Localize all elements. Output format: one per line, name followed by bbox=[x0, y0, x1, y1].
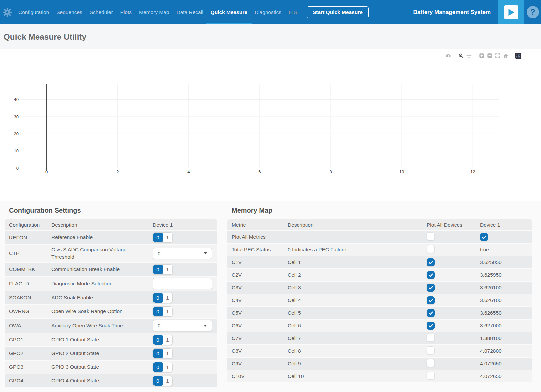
plot-all-devices-checkbox-total-pec-status[interactable] bbox=[427, 245, 435, 253]
toggle-gpo2-option-1[interactable]: 1 bbox=[163, 349, 172, 358]
start-quick-measure-button[interactable]: Start Quick Measure bbox=[307, 6, 369, 18]
nav-tab-configuration[interactable]: Configuration bbox=[16, 0, 52, 24]
toggle-gpo4-option-0[interactable]: 0 bbox=[153, 376, 163, 386]
toggle-owrng-option-1[interactable]: 1 bbox=[163, 307, 172, 316]
plotly-logo-icon[interactable] bbox=[514, 52, 522, 59]
dropdown-owa[interactable]: 0 bbox=[153, 320, 212, 331]
nav-tab-sequences[interactable]: Sequences bbox=[54, 0, 85, 24]
memory-row-c8v: C8VCell 84.072800 bbox=[227, 345, 532, 357]
memory-description: Cell 8 bbox=[288, 345, 427, 357]
config-name: GPO1 bbox=[5, 333, 51, 347]
autoscale-icon[interactable] bbox=[494, 52, 502, 59]
memory-description: Cell 9 bbox=[288, 357, 427, 370]
config-device1-cell: 01 bbox=[153, 291, 217, 305]
run-button[interactable] bbox=[498, 0, 524, 24]
memory-metric: C3V bbox=[227, 281, 288, 294]
toggle-refon-option-1[interactable]: 1 bbox=[163, 233, 172, 242]
x-tick-label: 10 bbox=[399, 169, 404, 174]
reset-axes-home-icon[interactable] bbox=[502, 52, 510, 59]
toggle-soakon-option-0[interactable]: 0 bbox=[153, 293, 163, 303]
configuration-settings-card: Configuration Settings Configuration Des… bbox=[5, 207, 217, 392]
toggle-soakon[interactable]: 01 bbox=[153, 293, 173, 303]
plot-all-devices-checkbox-c3v[interactable] bbox=[427, 284, 435, 292]
memory-metric: C4V bbox=[227, 294, 288, 307]
nav-tab-plots[interactable]: Plots bbox=[118, 0, 134, 24]
plot-all-devices-cell bbox=[427, 243, 480, 256]
toggle-gpo3-option-1[interactable]: 1 bbox=[163, 362, 172, 372]
toggle-refon[interactable]: 01 bbox=[153, 232, 173, 243]
camera-icon[interactable] bbox=[444, 52, 452, 59]
toggle-gpo2[interactable]: 01 bbox=[153, 348, 173, 359]
toggle-gpo4-option-1[interactable]: 1 bbox=[163, 376, 172, 386]
toggle-gpo2-option-0[interactable]: 0 bbox=[153, 349, 163, 358]
y-tick-label: 40 bbox=[14, 97, 19, 102]
device1-cell: 1.388100 bbox=[480, 332, 532, 345]
config-device1-cell: 01 bbox=[153, 333, 217, 347]
caret-down-icon bbox=[204, 325, 207, 327]
plot-all-devices-checkbox-c8v[interactable] bbox=[427, 346, 435, 354]
toggle-comm-bk-option-0[interactable]: 0 bbox=[153, 265, 163, 274]
plot-all-devices-checkbox-c5v[interactable] bbox=[427, 309, 435, 317]
config-device1-cell: 01 bbox=[153, 305, 217, 318]
config-row-comm-bk: COMM_BKCommunication Break Enable01 bbox=[5, 263, 217, 276]
settings-gear-icon[interactable] bbox=[0, 8, 15, 17]
plot-canvas[interactable]: 024681012010203040 bbox=[0, 49, 541, 193]
toggle-gpo1-option-1[interactable]: 1 bbox=[163, 335, 172, 345]
plot-all-devices-checkbox-c1v[interactable] bbox=[427, 258, 435, 266]
toggle-owrng[interactable]: 01 bbox=[153, 306, 173, 317]
dropdown-cth-value: 0 bbox=[158, 251, 160, 256]
nav-tab-eis[interactable]: EIS bbox=[286, 0, 300, 24]
plot-all-devices-checkbox-c4v[interactable] bbox=[427, 296, 435, 304]
memory-table-header-row: Metric Description Plot All Devices Devi… bbox=[227, 219, 532, 231]
memory-map-title: Memory Map bbox=[227, 207, 532, 214]
toggle-gpo1[interactable]: 01 bbox=[153, 335, 173, 345]
plot-all-devices-checkbox-plot-all-metrics[interactable] bbox=[427, 232, 435, 240]
toggle-comm-bk[interactable]: 01 bbox=[153, 264, 173, 275]
toggle-comm-bk-option-1[interactable]: 1 bbox=[163, 265, 172, 274]
zoom-in-icon[interactable] bbox=[478, 52, 486, 59]
dropdown-cth[interactable]: 0 bbox=[153, 248, 212, 259]
plot-all-devices-checkbox-c6v[interactable] bbox=[427, 322, 435, 330]
plot-all-devices-checkbox-c10v[interactable] bbox=[427, 372, 435, 380]
plot-all-devices-cell bbox=[427, 357, 480, 370]
nav-tab-data-recall[interactable]: Data Recall bbox=[174, 0, 206, 24]
toggle-owrng-option-0[interactable]: 0 bbox=[153, 307, 163, 316]
memory-description: Cell 4 bbox=[288, 294, 427, 307]
help-button[interactable]: ? bbox=[527, 6, 539, 18]
config-row-owa: OWAAuxiliary Open Wire Soak Time0 bbox=[5, 318, 217, 333]
memory-col-header: Plot All Devices bbox=[427, 219, 480, 231]
dropdown-owa-value: 0 bbox=[158, 323, 160, 328]
config-row-gpo2: GPO2GPIO 2 Output State01 bbox=[5, 347, 217, 360]
memory-map-card: Memory Map Metric Description Plot All D… bbox=[227, 207, 532, 392]
top-navbar: ConfigurationSequencesSchedulerPlotsMemo… bbox=[0, 0, 541, 24]
toggle-gpo3-option-0[interactable]: 0 bbox=[153, 362, 163, 372]
plot-all-devices-checkbox-c2v[interactable] bbox=[427, 271, 435, 279]
config-row-flag-d: FLAG_DDiagnostic Mode Selection bbox=[5, 276, 217, 291]
nav-tab-scheduler[interactable]: Scheduler bbox=[87, 0, 116, 24]
memory-row-c2v: C2VCell 23.625950 bbox=[227, 269, 532, 281]
memory-col-header: Description bbox=[288, 219, 427, 231]
zoom-out-icon[interactable] bbox=[486, 52, 494, 59]
y-tick-label: 0 bbox=[16, 166, 19, 171]
nav-tab-quick-measure[interactable]: Quick Measure bbox=[208, 0, 250, 24]
memory-description: Cell 10 bbox=[288, 370, 427, 383]
toggle-gpo3[interactable]: 01 bbox=[153, 362, 173, 372]
pan-icon[interactable] bbox=[465, 52, 473, 59]
memory-col-header: Device 1 bbox=[480, 219, 532, 231]
y-tick-label: 30 bbox=[14, 114, 19, 119]
nav-tab-memory-map[interactable]: Memory Map bbox=[136, 0, 172, 24]
toggle-refon-option-0[interactable]: 0 bbox=[153, 233, 163, 242]
memory-row-c1v: C1VCell 13.625050 bbox=[227, 256, 532, 269]
nav-tab-diagnostics[interactable]: Diagnostics bbox=[252, 0, 284, 24]
memory-metric: Total PEC Status bbox=[227, 243, 288, 256]
toggle-gpo1-option-0[interactable]: 0 bbox=[153, 335, 163, 345]
device1-checkbox-plot-all-metrics[interactable] bbox=[480, 233, 488, 241]
config-name: OWRNG bbox=[5, 305, 51, 318]
plot-all-devices-checkbox-c7v[interactable] bbox=[427, 334, 435, 342]
toggle-soakon-option-1[interactable]: 1 bbox=[163, 293, 172, 303]
toggle-gpo4[interactable]: 01 bbox=[153, 376, 173, 386]
plot-all-devices-checkbox-c9v[interactable] bbox=[427, 359, 435, 367]
zoom-icon[interactable] bbox=[457, 52, 465, 59]
input-flag-d[interactable] bbox=[153, 278, 212, 289]
config-name: GPO4 bbox=[5, 374, 51, 388]
